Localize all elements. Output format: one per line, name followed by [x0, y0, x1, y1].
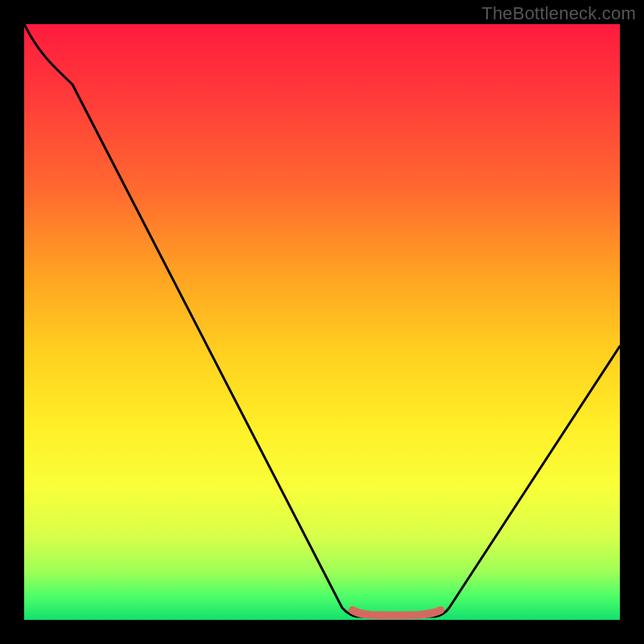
plot-area — [24, 24, 620, 620]
watermark-text: TheBottleneck.com — [481, 3, 636, 24]
bottleneck-curve — [24, 24, 620, 617]
chart-frame: TheBottleneck.com — [0, 0, 644, 644]
chart-svg — [24, 24, 620, 620]
sweet-spot-marker — [353, 610, 440, 616]
